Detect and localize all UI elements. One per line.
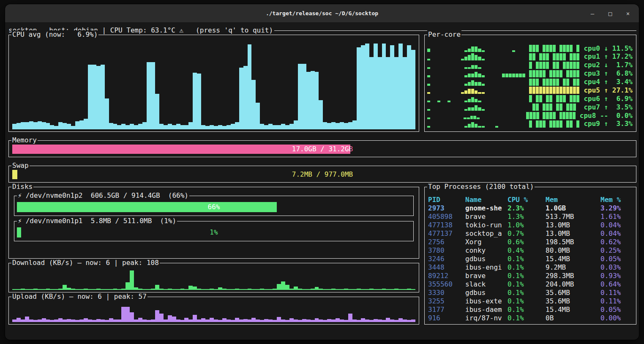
chart-bar: [151, 62, 155, 129]
process-cpu: 0.1%: [508, 289, 546, 297]
core-row: cpu7 ↑ 3.5%: [427, 103, 633, 111]
chart-bar: [96, 319, 101, 322]
spark-bar: [546, 104, 549, 111]
process-cpu: 0.1%: [508, 272, 546, 280]
spark-bar: [427, 117, 430, 119]
spark-bar: [529, 45, 532, 52]
process-row[interactable]: 3780conky0.4%80.0MB0.25%: [428, 246, 634, 255]
spark-bar: [529, 95, 532, 102]
chart-bar: [357, 320, 361, 322]
spark-bar: [566, 120, 569, 128]
spark-bar: [478, 82, 481, 86]
chart-bar: [75, 320, 79, 322]
cpu-history-chart: [12, 41, 415, 129]
upload-panel: Upload (KB/s) — now: 6 | peak: 57: [8, 297, 419, 325]
process-row[interactable]: 3255ibus-exte0.1%35.6MB0.11%: [428, 297, 634, 306]
chart-bar: [134, 287, 138, 289]
spark-bar: [563, 62, 566, 69]
spark-bar: [566, 70, 569, 77]
core-label: cpu1 ↑ 17.2%: [584, 52, 633, 61]
chart-bar: [16, 318, 21, 322]
chart-bar: [50, 320, 54, 322]
spark-bar: [475, 105, 478, 111]
process-row[interactable]: 3330gdbus0.1%35.6MB0.11%: [428, 289, 634, 297]
spark-bar: [478, 92, 481, 94]
core-row: cpu2 ↓ 1.7%: [427, 61, 633, 69]
process-row[interactable]: 916irq/87-nv0.1%0B0.00%: [428, 314, 634, 322]
process-row[interactable]: 3177ibus-daem0.1%15.4MB0.05%: [428, 306, 634, 314]
swap-gauge: 7.2MB / 977.0MB7.2MB / 977.0MB: [12, 170, 633, 179]
gauge-fill: 17.0GB / 31.2GB: [12, 145, 350, 154]
spark-bar: [573, 104, 576, 111]
spark-bar: [475, 82, 478, 86]
process-mem-percent: 0.62%: [600, 238, 634, 246]
process-row[interactable]: 355560slack0.1%204.0MB0.64%: [428, 280, 634, 289]
process-name: slack: [465, 280, 508, 289]
spark-bar: [519, 74, 522, 77]
process-cpu: 0.1%: [508, 263, 546, 272]
spark-bar: [470, 116, 473, 120]
chart-bar: [151, 289, 155, 289]
gauge-label: 1%: [17, 227, 411, 238]
chart-bar: [188, 319, 193, 322]
process-pid: 2973: [428, 204, 465, 213]
disk-2-title-text: /dev/nvme0n1p1 5.8MB / 511.0MB (1%): [26, 217, 176, 225]
process-mem: 35.6MB: [546, 297, 600, 306]
process-row[interactable]: 405898brave1.3%513.7MB1.61%: [428, 213, 634, 221]
core-sparkline: [427, 112, 576, 119]
spark-bar: [576, 95, 579, 102]
process-row[interactable]: 477137socktop_a0.7%13.0MB0.04%: [428, 229, 634, 238]
chart-bar: [151, 319, 155, 322]
process-row[interactable]: 2973gnome-she2.3%1.0GB3.29%: [428, 204, 634, 213]
chart-bar: [155, 310, 159, 322]
minimize-button[interactable]: –: [589, 10, 596, 17]
spark-bar: [566, 112, 569, 119]
chart-bar: [394, 289, 398, 289]
chart-bar: [84, 289, 88, 289]
core-label: cpu9 ↑ 3.3%: [584, 120, 633, 128]
chart-bar: [210, 125, 214, 129]
chart-bar: [176, 124, 180, 129]
chart-bar: [71, 319, 75, 322]
chart-bar: [248, 319, 252, 322]
process-row[interactable]: 3246gdbus0.1%15.4MB0.05%: [428, 255, 634, 263]
chart-bar: [235, 318, 239, 322]
chart-bar: [361, 318, 365, 322]
spark-bar: [475, 55, 478, 60]
spark-bar: [570, 95, 573, 102]
spark-bar: [478, 74, 481, 77]
core-sparkline: [427, 87, 579, 94]
terminal-content[interactable]: socktop — host: debian | CPU Temp: 63.1°…: [5, 23, 639, 339]
chart-bar: [184, 318, 188, 322]
chart-bar: [218, 320, 222, 322]
spark-bar: [563, 53, 566, 60]
spark-bar: [549, 104, 552, 111]
spark-bar: [471, 53, 474, 60]
titlebar[interactable]: ./target/release/soc ~/D/G/socktop – □ ×: [5, 4, 639, 23]
spark-bar: [566, 62, 569, 69]
close-button[interactable]: ×: [625, 10, 631, 17]
chart-bar: [109, 123, 113, 129]
process-row[interactable]: 2756Xorg0.6%198.5MB0.62%: [428, 238, 634, 246]
process-table: PID Name CPU % Mem Mem % 2973gnome-she2.…: [428, 196, 634, 322]
process-row[interactable]: 89212brave0.1%298.3MB0.93%: [428, 272, 634, 280]
maximize-button[interactable]: □: [607, 10, 614, 17]
process-mem-percent: 0.64%: [600, 280, 634, 289]
process-row[interactable]: 3448ibus-engi0.1%9.2MB0.03%: [428, 263, 634, 272]
chart-bar: [92, 65, 96, 129]
chart-bar: [142, 122, 147, 129]
process-row[interactable]: 477138tokio-run1.0%13.0MB0.04%: [428, 221, 634, 229]
core-row: cpu8 -- 0.0%: [427, 112, 633, 120]
spark-bar: [566, 104, 569, 111]
spark-bar: [468, 67, 471, 69]
spark-bar: [475, 72, 478, 77]
chart-bar: [155, 285, 159, 289]
chart-bar: [369, 57, 374, 129]
spark-bar: [549, 95, 552, 102]
process-pid: 355560: [428, 280, 465, 289]
spark-bar: [576, 62, 579, 69]
chart-bar: [58, 289, 63, 289]
spark-bar: [570, 104, 573, 111]
spark-bar: [468, 49, 471, 52]
chart-bar: [403, 319, 407, 322]
